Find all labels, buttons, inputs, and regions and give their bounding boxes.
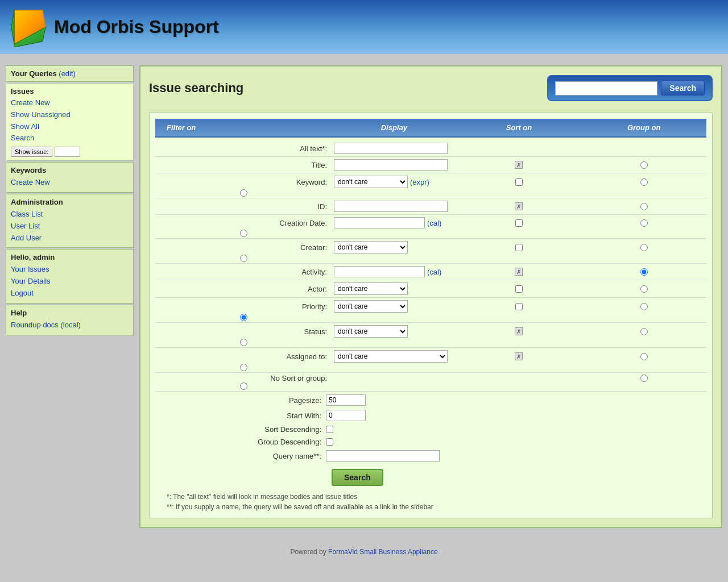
creation-date-display-check[interactable] <box>515 219 523 227</box>
app-header: Mod Orbis Support <box>0 0 728 54</box>
priority-display-check[interactable] <box>515 303 523 310</box>
header-search-button[interactable]: Search <box>661 81 705 95</box>
roundup-docs-link[interactable]: Roundup docs (local) <box>11 319 129 331</box>
title-display-checkx[interactable]: ✗ <box>515 161 523 169</box>
assigned-to-display-checkx[interactable]: ✗ <box>515 352 523 360</box>
class-list-link[interactable]: Class List <box>11 209 129 221</box>
group-desc-label: Group Descending: <box>155 438 326 446</box>
filter-on-header: Filter on <box>155 119 332 136</box>
title-sort-radio[interactable] <box>640 161 648 169</box>
creator-label: Creator: <box>155 243 332 252</box>
add-user-link[interactable]: Add User <box>11 232 129 244</box>
status-display-checkx[interactable]: ✗ <box>515 327 523 335</box>
filter-row-activity: Activity: (cal) ✗ <box>155 264 706 280</box>
search-issues-link[interactable]: Search <box>11 132 129 144</box>
show-issue-button[interactable]: Show issue: <box>11 147 52 157</box>
actor-input-cell: don't care <box>332 281 457 296</box>
assigned-to-sort-cell <box>581 353 706 360</box>
creator-sort-radio[interactable] <box>640 244 648 251</box>
activity-cal-link[interactable]: (cal) <box>427 268 441 276</box>
show-issue-input[interactable] <box>55 147 80 157</box>
header-search-input[interactable] <box>555 81 657 95</box>
keyword-display-cell <box>457 178 582 186</box>
keyword-expr-link[interactable]: (expr) <box>410 178 429 186</box>
no-sort-group-radio[interactable] <box>240 383 247 390</box>
no-sort-group-cell <box>155 383 332 390</box>
start-with-input[interactable] <box>326 410 366 421</box>
no-sort-sort-radio[interactable] <box>640 375 648 382</box>
sort-desc-check[interactable] <box>326 426 333 433</box>
creator-group-radio[interactable] <box>240 255 247 262</box>
title-input-cell <box>332 158 457 172</box>
assigned-to-sort-radio[interactable] <box>640 353 648 360</box>
id-input[interactable] <box>334 201 448 212</box>
status-input-cell: don't care <box>332 324 457 339</box>
creator-group-cell <box>155 255 332 262</box>
user-list-link[interactable]: User List <box>11 221 129 232</box>
creator-select[interactable]: don't care <box>334 241 408 253</box>
issues-section: Issues Create New Show Unassigned Show A… <box>6 83 134 161</box>
your-issues-link[interactable]: Your Issues <box>11 264 129 276</box>
show-all-link[interactable]: Show All <box>11 121 129 133</box>
assigned-to-select[interactable]: don't care <box>334 350 448 363</box>
app-logo <box>9 7 48 47</box>
sort-desc-label: Sort Descending: <box>155 425 326 434</box>
id-sort-radio[interactable] <box>640 203 648 210</box>
keyword-display-check[interactable] <box>515 178 523 186</box>
priority-sort-cell <box>581 303 706 310</box>
creation-date-sort-radio[interactable] <box>640 219 648 227</box>
priority-select[interactable]: don't care <box>334 300 408 313</box>
activity-input[interactable] <box>334 266 425 277</box>
assigned-to-input-cell: don't care <box>332 349 457 364</box>
actor-select[interactable]: don't care <box>334 282 408 295</box>
status-group-cell <box>155 339 332 346</box>
display-header: Display <box>332 119 457 136</box>
actor-display-check[interactable] <box>515 285 523 293</box>
show-unassigned-link[interactable]: Show Unassigned <box>11 109 129 121</box>
alltext-input-cell <box>332 142 457 155</box>
create-new-issue-link[interactable]: Create New <box>11 97 129 109</box>
creation-date-group-radio[interactable] <box>240 230 247 237</box>
creator-display-check[interactable] <box>515 244 523 251</box>
keyword-group-radio[interactable] <box>240 189 247 197</box>
footer-link[interactable]: FormaVid Small Business Appliance <box>328 548 438 556</box>
start-with-label: Start With: <box>155 411 326 420</box>
hello-title: Hello, admin <box>11 253 129 261</box>
pagesize-input[interactable] <box>326 394 366 406</box>
assigned-to-group-radio[interactable] <box>240 364 247 371</box>
creator-display-cell <box>457 244 582 251</box>
actor-label: Actor: <box>155 285 332 293</box>
creation-date-cal-link[interactable]: (cal) <box>427 219 441 227</box>
id-display-checkx[interactable]: ✗ <box>515 202 523 210</box>
sort-on-header: Sort on <box>457 119 582 136</box>
group-desc-check[interactable] <box>326 438 333 446</box>
status-sort-cell <box>581 328 706 335</box>
sort-desc-row: Sort Descending: <box>155 424 706 435</box>
create-new-keyword-link[interactable]: Create New <box>11 177 129 189</box>
your-details-link[interactable]: Your Details <box>11 276 129 288</box>
keyword-sort-radio[interactable] <box>640 178 648 186</box>
activity-display-checkx[interactable]: ✗ <box>515 268 523 276</box>
status-select[interactable]: don't care <box>334 325 408 338</box>
assigned-to-display-cell: ✗ <box>457 352 582 360</box>
actor-sort-radio[interactable] <box>640 285 648 293</box>
logout-link[interactable]: Logout <box>11 288 129 300</box>
search-button-main[interactable]: Search <box>332 469 383 486</box>
activity-sort-radio[interactable] <box>640 268 648 276</box>
query-name-input[interactable] <box>326 450 440 462</box>
status-sort-radio[interactable] <box>640 328 648 335</box>
status-display-cell: ✗ <box>457 327 582 335</box>
actor-display-cell <box>457 285 582 293</box>
footer-text: Powered by <box>290 548 328 556</box>
priority-sort-radio[interactable] <box>640 303 648 310</box>
query-name-label: Query name**: <box>155 452 326 460</box>
priority-group-radio[interactable] <box>240 314 247 321</box>
filter-row-creation-date: Creation Date: (cal) <box>155 215 706 239</box>
edit-link[interactable]: (edit) <box>59 69 76 78</box>
status-group-radio[interactable] <box>240 339 247 346</box>
keyword-select[interactable]: don't care <box>334 176 408 188</box>
creation-date-input[interactable] <box>334 217 425 228</box>
alltext-input[interactable] <box>334 143 448 154</box>
footnote-2: **: If you supply a name, the query will… <box>167 503 706 511</box>
title-input[interactable] <box>334 159 448 171</box>
